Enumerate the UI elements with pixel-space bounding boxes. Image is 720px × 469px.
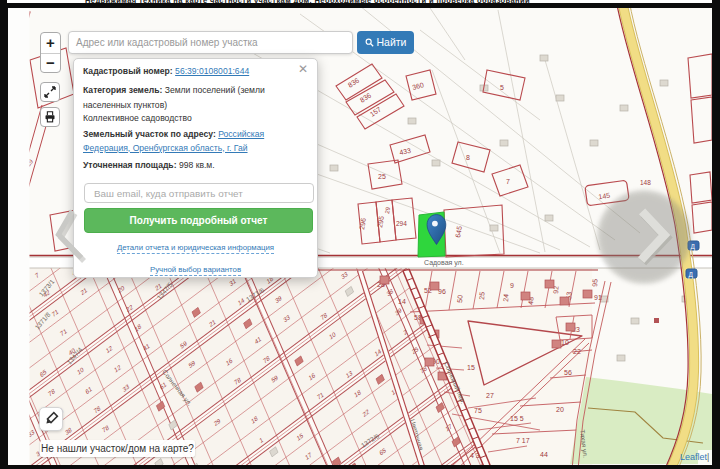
- svg-text:5: 5: [500, 84, 504, 91]
- svg-text:14: 14: [398, 298, 406, 305]
- svg-text:27: 27: [486, 392, 494, 399]
- svg-text:Д: Д: [689, 271, 694, 279]
- svg-text:8: 8: [466, 154, 470, 161]
- svg-text:9: 9: [510, 282, 514, 289]
- svg-text:15 5: 15 5: [510, 415, 524, 422]
- svg-text:294: 294: [396, 220, 407, 227]
- svg-text:15: 15: [467, 364, 475, 371]
- svg-text:24: 24: [502, 294, 510, 302]
- svg-text:75: 75: [474, 407, 482, 414]
- svg-text:20: 20: [556, 406, 564, 413]
- svg-text:7: 7: [506, 178, 510, 185]
- svg-text:10: 10: [561, 339, 569, 346]
- svg-text:25: 25: [478, 292, 486, 300]
- svg-text:25: 25: [378, 173, 386, 180]
- svg-text:Д: Д: [691, 243, 696, 251]
- svg-text:56: 56: [564, 369, 572, 376]
- svg-text:50: 50: [456, 295, 464, 303]
- svg-text:22: 22: [573, 348, 581, 355]
- svg-text:7 17: 7 17: [516, 437, 530, 444]
- svg-text:Leaflet: Leaflet: [680, 452, 708, 462]
- svg-text:95: 95: [591, 279, 599, 287]
- svg-text:148: 148: [640, 179, 651, 186]
- svg-text:Садовая ул.: Садовая ул.: [424, 259, 464, 267]
- svg-text:44: 44: [540, 451, 548, 458]
- svg-text:|: |: [707, 452, 709, 462]
